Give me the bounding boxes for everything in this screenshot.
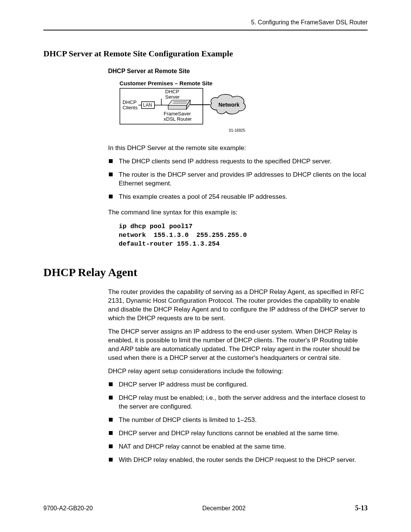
relay-bullet-list: DHCP server IP address must be configure… (108, 380, 368, 465)
paragraph: DHCP relay agent setup considerations in… (108, 367, 368, 376)
list-item: DHCP relay must be enabled; i.e., both t… (108, 394, 368, 411)
paragraph: The DHCP server assigns an IP address to… (108, 328, 368, 363)
list-item: DHCP server and DHCP relay functions can… (108, 429, 368, 438)
svg-text:DHCP: DHCP (165, 89, 179, 94)
footer-page-number: 5-13 (355, 504, 368, 512)
footer-date: December 2002 (202, 505, 246, 512)
list-item: With DHCP relay enabled, the router send… (108, 456, 368, 465)
diagram-subtitle: Customer Premises – Remote Site (119, 80, 368, 86)
diagram-title: DHCP Server at Remote Site (108, 68, 368, 75)
syntax-intro-text: The command line syntax for this example… (108, 208, 368, 217)
svg-text:DHCP: DHCP (123, 99, 137, 105)
section-heading-dhcp-relay-agent: DHCP Relay Agent (43, 266, 368, 279)
svg-text:xDSL Router: xDSL Router (164, 116, 192, 122)
list-item: This example creates a pool of 254 reusa… (108, 193, 368, 201)
svg-text:Clients: Clients (123, 105, 138, 110)
paragraph: The router provides the capability of se… (108, 288, 368, 323)
network-diagram-svg: DHCP Clients LAN DHCP Server (119, 88, 249, 126)
svg-text:LAN: LAN (143, 102, 152, 108)
example-intro-text: In this DHCP Server at the remote site e… (108, 144, 368, 153)
list-item: NAT and DHCP relay cannot be enabled at … (108, 443, 368, 451)
page-footer: 9700-A2-GB20-20 December 2002 5-13 (43, 504, 368, 512)
list-item: The router is the DHCP server and provid… (108, 171, 368, 188)
footer-doc-id: 9700-A2-GB20-20 (43, 505, 93, 512)
diagram: DHCP Clients LAN DHCP Server (119, 88, 368, 133)
section1-body: DHCP Server at Remote Site Customer Prem… (108, 68, 368, 248)
cli-code-block: ip dhcp pool pool17 network 155.1.3.0 25… (119, 222, 368, 249)
diagram-id: 01-16925 (119, 128, 245, 133)
section-heading-dhcp-server-example: DHCP Server at Remote Site Configuration… (43, 49, 368, 59)
list-item: DHCP server IP address must be configure… (108, 380, 368, 389)
section2-body: The router provides the capability of se… (108, 288, 368, 464)
svg-text:FrameSaver: FrameSaver (164, 111, 191, 117)
svg-text:Server: Server (165, 94, 180, 100)
list-item: The DHCP clients send IP address request… (108, 157, 368, 166)
running-header: 5. Configuring the FrameSaver DSL Router (43, 19, 368, 30)
example-bullet-list: The DHCP clients send IP address request… (108, 157, 368, 201)
list-item: The number of DHCP clients is limited to… (108, 416, 368, 425)
page: 5. Configuring the FrameSaver DSL Router… (0, 0, 411, 532)
svg-text:Network: Network (218, 102, 239, 108)
